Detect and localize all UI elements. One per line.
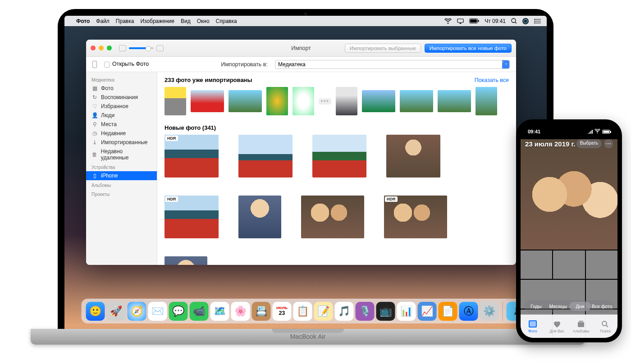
photo-cell[interactable] — [238, 135, 293, 177]
airplay-icon[interactable] — [457, 18, 464, 24]
more-icon[interactable]: ••• — [319, 98, 331, 105]
tab-search[interactable]: Поиск — [593, 315, 617, 338]
menubar-app-name[interactable]: Фото — [76, 18, 90, 24]
thumb[interactable] — [400, 90, 433, 112]
open-photos-label: Открыть Фото — [112, 61, 149, 67]
dock-calendar-icon[interactable]: ИЮЛЬ23 — [273, 302, 292, 321]
ios-hero-photo[interactable] — [521, 139, 617, 250]
dock-podcasts-icon[interactable]: 🎙️ — [356, 302, 375, 321]
dock-photos-icon[interactable]: 🌸 — [231, 302, 250, 321]
select-button[interactable]: Выбрать — [576, 139, 602, 148]
sidebar-item-favorites[interactable]: ♡Избранное — [86, 102, 157, 111]
dock-itunes-icon[interactable]: 🎵 — [335, 302, 354, 321]
sidebar-toggle-icon[interactable] — [119, 45, 126, 51]
dock-messages-icon[interactable]: 💬 — [169, 302, 188, 321]
sidebar-item-memories[interactable]: ↻Воспоминания — [86, 93, 157, 102]
dock-contacts-icon[interactable]: 📇 — [252, 302, 271, 321]
menu-image[interactable]: Изображение — [140, 18, 174, 24]
spotlight-icon[interactable] — [511, 18, 517, 24]
sidebar-item-label: Импортированные — [101, 139, 147, 146]
sidebar-item-label: Избранное — [101, 103, 128, 109]
dock-settings-icon[interactable]: ⚙️ — [480, 302, 499, 321]
segment-months[interactable]: Месяцы — [547, 302, 569, 311]
dock-facetime-icon[interactable]: 📹 — [190, 302, 209, 321]
thumb[interactable] — [362, 90, 395, 112]
sidebar-item-places[interactable]: ⚲Места — [86, 120, 157, 129]
tab-albums[interactable]: Альбомы — [569, 315, 594, 338]
thumb[interactable] — [476, 87, 497, 115]
thumb[interactable] — [438, 90, 471, 112]
hdr-badge: HDR — [165, 136, 178, 141]
photos-sidebar: Медиатека ▦Фото ↻Воспоминания ♡Избранное… — [86, 72, 157, 265]
dock-notes-icon[interactable]: 📝 — [314, 302, 333, 321]
dock-tv-icon[interactable]: 📺 — [376, 302, 395, 321]
photo-cell[interactable] — [312, 135, 366, 177]
svg-point-7 — [534, 19, 535, 20]
siri-icon[interactable] — [522, 18, 529, 24]
tab-photos[interactable]: Фото — [521, 315, 545, 338]
dock-keynote-icon[interactable]: 📈 — [418, 302, 437, 321]
menubar-clock[interactable]: Чт 09:41 — [485, 18, 506, 24]
thumb[interactable] — [336, 87, 357, 115]
dock-separator — [503, 302, 503, 321]
iphone-notch — [547, 124, 592, 134]
dock-maps-icon[interactable]: 🗺️ — [210, 302, 229, 321]
menu-window[interactable]: Окно — [197, 18, 210, 24]
sidebar-item-recents[interactable]: ◷Недавние — [86, 129, 157, 138]
menu-view[interactable]: Вид — [181, 18, 191, 24]
close-icon[interactable] — [91, 46, 96, 50]
dock-reminders-icon[interactable]: 📋 — [293, 302, 312, 321]
menu-edit[interactable]: Правка — [116, 18, 134, 24]
ios-grid-photo[interactable] — [553, 250, 585, 279]
thumb[interactable] — [293, 87, 314, 115]
window-titlebar[interactable]: Импорт Импортировать выбранные Импортиро… — [86, 40, 516, 57]
dock-launchpad-icon[interactable]: 🚀 — [107, 302, 126, 321]
control-center-icon[interactable] — [534, 18, 541, 24]
segment-years[interactable]: Годы — [525, 302, 547, 311]
thumb[interactable] — [229, 90, 262, 112]
import-selected-button[interactable]: Импортировать выбранные — [345, 44, 421, 53]
segment-days[interactable]: Дни — [569, 302, 591, 311]
sidebar-item-photos[interactable]: ▦Фото — [86, 84, 157, 93]
ios-grid-photo[interactable] — [521, 250, 552, 279]
open-photos-checkbox[interactable]: Открыть Фото — [104, 61, 149, 67]
import-all-button[interactable]: Импортировать все новые фото — [425, 44, 512, 53]
thumbnail-size-slider[interactable] — [129, 47, 154, 49]
photo-cell[interactable] — [301, 196, 364, 238]
photo-cell[interactable] — [238, 196, 281, 238]
photo-cell[interactable]: HDR — [165, 196, 219, 238]
svg-point-5 — [522, 18, 529, 24]
device-phone-icon — [92, 61, 97, 68]
photo-cell[interactable]: HDR — [384, 196, 447, 238]
dock-finder-icon[interactable]: 🙂 — [86, 302, 105, 321]
tab-for-you[interactable]: Для Вас — [545, 315, 569, 338]
menu-help[interactable]: Справка — [216, 18, 237, 24]
dock-appstore-icon[interactable]: Ⓐ — [459, 302, 478, 321]
battery-icon[interactable] — [469, 18, 479, 23]
more-icon[interactable]: ⋯ — [604, 139, 613, 148]
photo-cell[interactable] — [165, 256, 207, 265]
dock-numbers-icon[interactable]: 📊 — [397, 302, 416, 321]
thumb[interactable] — [266, 87, 288, 115]
aspect-toggle-icon[interactable] — [156, 45, 164, 51]
sidebar-item-recently-deleted[interactable]: 🗑Недавно удаленные — [86, 147, 157, 162]
fullscreen-icon[interactable] — [107, 46, 112, 50]
menu-file[interactable]: Файл — [96, 18, 110, 24]
minimize-icon[interactable] — [99, 46, 104, 50]
wifi-icon[interactable] — [444, 18, 452, 24]
sidebar-item-imported[interactable]: ⤓Импортированные — [86, 138, 157, 147]
photo-cell[interactable]: HDR — [165, 135, 219, 177]
import-to-select[interactable]: Медиатека — [275, 60, 510, 69]
dock-safari-icon[interactable]: 🧭 — [128, 302, 146, 321]
thumb[interactable] — [165, 87, 186, 115]
show-all-link[interactable]: Показать все — [475, 77, 509, 83]
segment-all[interactable]: Все фото — [591, 302, 613, 311]
thumb[interactable] — [191, 90, 224, 112]
dock-mail-icon[interactable]: ✉️ — [148, 302, 167, 321]
sidebar-item-iphone-device[interactable]: ▯iPhone — [86, 171, 157, 180]
sidebar-item-people[interactable]: 👤Люди — [86, 111, 157, 120]
photo-cell[interactable] — [386, 135, 440, 177]
svg-rect-13 — [579, 321, 583, 322]
ios-grid-photo[interactable] — [586, 250, 617, 279]
dock-pages-icon[interactable]: 📄 — [439, 302, 457, 321]
